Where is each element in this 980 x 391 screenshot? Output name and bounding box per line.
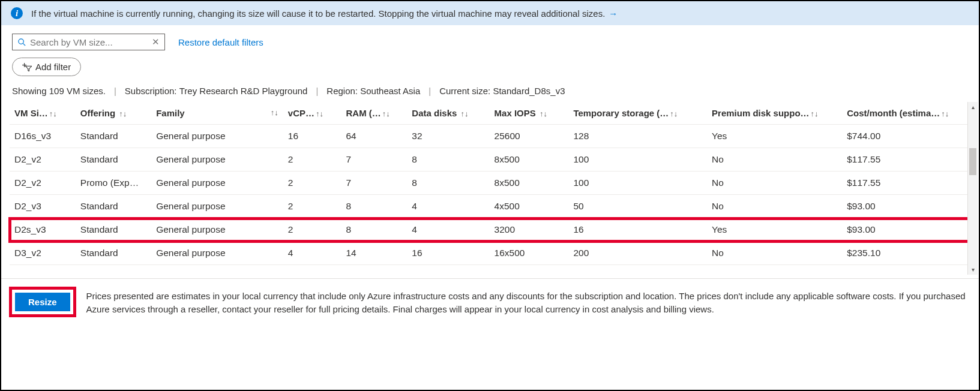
cell-size: D2s_v3 <box>10 218 76 242</box>
cell-offering: Standard <box>76 218 151 242</box>
cell-cost: $117.55 <box>842 172 974 195</box>
cell-data_disks: 16 <box>407 242 489 265</box>
cell-size: D3_v2 <box>10 242 76 265</box>
cell-size: D2_v3 <box>10 195 76 218</box>
cell-ram: 8 <box>341 195 407 218</box>
info-banner: i If the virtual machine is currently ru… <box>1 1 979 25</box>
col-premium[interactable]: Premium disk suppo…↑↓ <box>707 102 842 125</box>
sort-icon: ↑↓ <box>316 109 323 118</box>
showing-count: Showing 109 VM sizes. <box>12 86 106 96</box>
resize-button[interactable]: Resize <box>15 293 70 311</box>
add-filter-button[interactable]: Add filter <box>12 58 81 76</box>
cell-family: General purpose <box>151 195 283 218</box>
svg-point-0 <box>19 38 23 43</box>
cell-cost: $93.00 <box>842 195 974 218</box>
add-filter-label: Add filter <box>35 62 71 72</box>
current-size-value: Standard_D8s_v3 <box>493 86 565 96</box>
region-label: Region: <box>326 86 358 96</box>
scroll-up-icon[interactable]: ▴ <box>968 102 978 112</box>
col-data-disks[interactable]: Data disks ↑↓ <box>407 102 489 125</box>
col-vcpus[interactable]: vCP…↑↓ <box>283 102 341 125</box>
resize-highlight: Resize <box>12 290 73 314</box>
cell-max_iops: 8x500 <box>490 148 569 172</box>
cell-offering: Standard <box>76 195 151 218</box>
table-row[interactable]: D2_v2Promo (Exp…General purpose2788x5001… <box>10 172 974 195</box>
cell-ram: 7 <box>341 148 407 172</box>
table-row[interactable]: D2s_v3StandardGeneral purpose284320016Ye… <box>10 218 974 242</box>
search-placeholder: Search by VM size... <box>30 37 152 47</box>
sort-icon: ↑↓ <box>941 109 949 118</box>
sort-icon: ↑↓ <box>382 109 390 118</box>
vertical-scrollbar[interactable]: ▴ ▾ <box>967 102 978 275</box>
table-row[interactable]: D3_v2StandardGeneral purpose4141616x5002… <box>10 242 974 265</box>
scrollbar-thumb[interactable] <box>969 148 976 175</box>
vm-sizes-table: VM Si…↑↓ Offering ↑↓ Family↑↓ vCP…↑↓ RAM… <box>10 102 974 265</box>
cell-premium: No <box>707 148 842 172</box>
region-value: Southeast Asia <box>360 86 420 96</box>
col-cost[interactable]: Cost/month (estima…↑↓ <box>842 102 974 125</box>
col-temp-storage[interactable]: Temporary storage (…↑↓ <box>568 102 707 125</box>
table-row[interactable]: D2_v2StandardGeneral purpose2788x500100N… <box>10 148 974 172</box>
banner-text: If the virtual machine is currently runn… <box>31 8 605 19</box>
cell-vcpus: 2 <box>283 195 341 218</box>
pricing-disclaimer: Prices presented are estimates in your l… <box>86 290 968 316</box>
svg-line-1 <box>23 43 25 46</box>
col-family[interactable]: Family↑↓ <box>151 102 283 125</box>
info-icon: i <box>11 7 23 19</box>
search-icon <box>17 38 26 47</box>
cell-size: D2_v2 <box>10 148 76 172</box>
sort-icon: ↑↓ <box>540 109 547 118</box>
sort-icon: ↑↓ <box>271 108 278 117</box>
cell-premium: No <box>707 195 842 218</box>
cell-offering: Standard <box>76 242 151 265</box>
cell-offering: Promo (Exp… <box>76 172 151 195</box>
cell-ram: 8 <box>341 218 407 242</box>
cell-offering: Standard <box>76 125 151 148</box>
cell-offering: Standard <box>76 148 151 172</box>
subscription-label: Subscription: <box>125 86 177 96</box>
col-ram[interactable]: RAM (…↑↓ <box>341 102 407 125</box>
table-row[interactable]: D16s_v3StandardGeneral purpose1664322560… <box>10 125 974 148</box>
subscription-value: Trey Research R&D Playground <box>179 86 308 96</box>
add-filter-icon <box>22 63 32 71</box>
sort-icon: ↑↓ <box>670 109 678 118</box>
cell-temp_storage: 16 <box>568 218 707 242</box>
cell-data_disks: 32 <box>407 125 489 148</box>
current-size-label: Current size: <box>439 86 490 96</box>
cell-vcpus: 2 <box>283 172 341 195</box>
cell-family: General purpose <box>151 242 283 265</box>
restore-default-filters-link[interactable]: Restore default filters <box>178 37 263 47</box>
arrow-icon[interactable]: → <box>609 8 618 19</box>
col-vm-size[interactable]: VM Si…↑↓ <box>10 102 76 125</box>
cell-premium: Yes <box>707 218 842 242</box>
cell-temp_storage: 128 <box>568 125 707 148</box>
cell-family: General purpose <box>151 148 283 172</box>
cell-size: D16s_v3 <box>10 125 76 148</box>
cell-temp_storage: 50 <box>568 195 707 218</box>
cell-vcpus: 4 <box>283 242 341 265</box>
col-offering[interactable]: Offering ↑↓ <box>76 102 151 125</box>
clear-icon[interactable]: ✕ <box>152 37 160 47</box>
cell-premium: No <box>707 172 842 195</box>
search-input[interactable]: Search by VM size... ✕ <box>12 34 165 50</box>
cell-data_disks: 8 <box>407 148 489 172</box>
table-row[interactable]: D2_v3StandardGeneral purpose2844x50050No… <box>10 195 974 218</box>
col-max-iops[interactable]: Max IOPS ↑↓ <box>490 102 569 125</box>
sort-icon: ↑↓ <box>119 109 127 118</box>
cell-family: General purpose <box>151 172 283 195</box>
cell-data_disks: 4 <box>407 195 489 218</box>
cell-premium: No <box>707 242 842 265</box>
cell-vcpus: 2 <box>283 218 341 242</box>
cell-max_iops: 16x500 <box>490 242 569 265</box>
sort-icon: ↑↓ <box>811 109 819 118</box>
cell-premium: Yes <box>707 125 842 148</box>
cell-cost: $744.00 <box>842 125 974 148</box>
sort-icon: ↑↓ <box>49 109 57 118</box>
cell-temp_storage: 100 <box>568 172 707 195</box>
summary-row: Showing 109 VM sizes. | Subscription: Tr… <box>1 82 979 102</box>
cell-family: General purpose <box>151 218 283 242</box>
scroll-down-icon[interactable]: ▾ <box>968 264 978 275</box>
cell-size: D2_v2 <box>10 172 76 195</box>
cell-vcpus: 2 <box>283 148 341 172</box>
cell-max_iops: 8x500 <box>490 172 569 195</box>
